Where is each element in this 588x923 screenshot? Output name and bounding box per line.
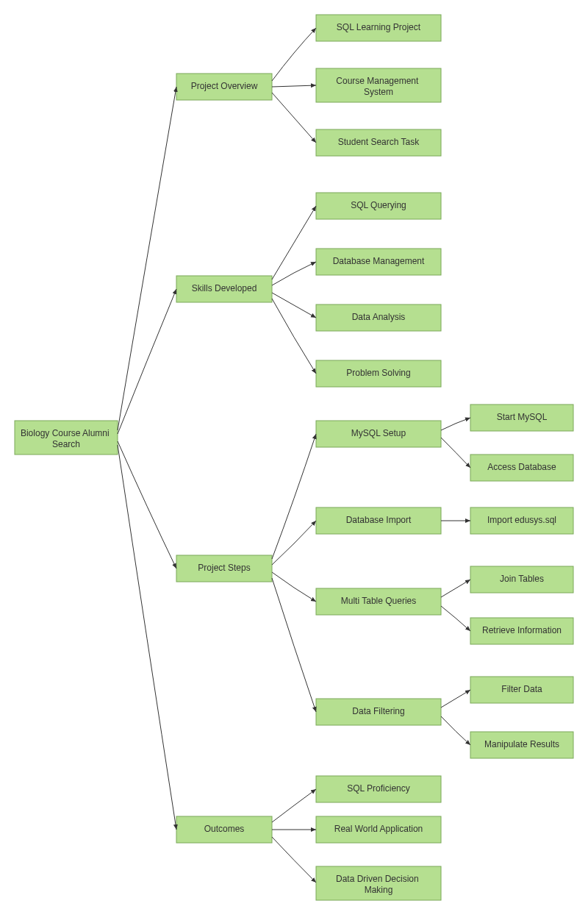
- edge-oc-c1: [272, 789, 316, 822]
- edge-sk-c2: [272, 262, 316, 285]
- edge-sk-c4: [272, 299, 316, 374]
- edge-st-c1: [272, 434, 316, 559]
- retrieve-info-label: Retrieve Information: [482, 625, 562, 635]
- edge-ov-c3: [272, 93, 316, 143]
- edge-my-c1: [441, 418, 470, 430]
- outcomes-label: Outcomes: [204, 824, 245, 834]
- overview-label: Project Overview: [191, 81, 258, 91]
- edge-my-c2: [441, 438, 470, 468]
- multi-table-label: Multi Table Queries: [341, 596, 417, 606]
- manipulate-label: Manipulate Results: [484, 739, 559, 749]
- import-sql-label: Import edusys.sql: [487, 515, 556, 525]
- edge-oc-c3: [272, 837, 316, 883]
- steps-label: Project Steps: [198, 563, 250, 573]
- problem-solving-label: Problem Solving: [346, 368, 410, 378]
- sql-prof-label: SQL Proficiency: [347, 783, 410, 794]
- data-filtering-label: Data Filtering: [352, 706, 404, 716]
- edge-df-c2: [441, 716, 470, 745]
- edge-ov-c2: [272, 85, 316, 87]
- db-import-label: Database Import: [346, 515, 412, 525]
- edge-st-c4: [272, 578, 316, 712]
- edge-root-outcomes: [118, 445, 176, 830]
- edge-root-overview: [118, 87, 176, 430]
- edge-df-c1: [441, 690, 470, 708]
- edge-root-skills: [118, 289, 176, 434]
- skills-label: Skills Developed: [192, 283, 257, 293]
- sql-learning-label: SQL Learning Project: [337, 22, 421, 32]
- data-analysis-label: Data Analysis: [352, 312, 406, 322]
- edge-sk-c3: [272, 293, 316, 318]
- edge-mt-c2: [441, 606, 470, 631]
- sql-query-label: SQL Querying: [351, 200, 406, 210]
- real-world-label: Real World Application: [334, 824, 423, 834]
- access-db-label: Access Database: [487, 462, 556, 472]
- filter-data-label: Filter Data: [501, 684, 542, 694]
- mysql-setup-label: MySQL Setup: [351, 428, 406, 438]
- start-mysql-label: Start MySQL: [497, 412, 548, 422]
- edge-sk-c1: [272, 206, 316, 279]
- diagram-canvas: Biology Course Alumni Search Project Ove…: [0, 0, 588, 923]
- edge-st-c3: [272, 572, 316, 602]
- student-search-label: Student Search Task: [338, 137, 420, 147]
- join-tables-label: Join Tables: [500, 574, 544, 584]
- edge-st-c2: [272, 521, 316, 565]
- edge-ov-c1: [272, 28, 316, 81]
- db-mgmt-label: Database Management: [333, 256, 425, 266]
- edge-mt-c1: [441, 580, 470, 597]
